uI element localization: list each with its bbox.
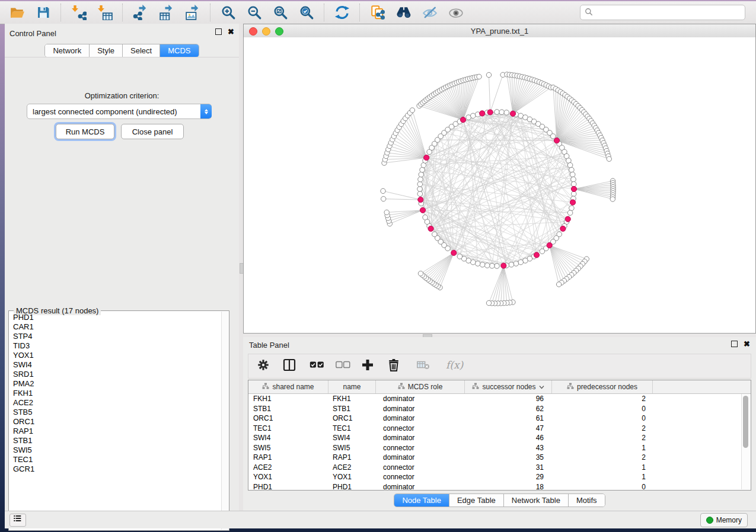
cell-successor-nodes: 18 [465,483,552,491]
zoom-selected-icon [299,5,314,20]
mcds-result-item[interactable]: ORC1 [9,417,222,427]
panel-chooser-button[interactable] [9,514,26,527]
mcds-result-item[interactable]: GCR1 [9,464,222,474]
export-table-button[interactable] [158,4,176,21]
mcds-result-item[interactable]: SRD1 [9,370,222,379]
table-scrollbar-thumb[interactable] [743,396,748,448]
tab-edge-table[interactable]: Edge Table [449,494,504,507]
cell-MCDS-role: connector [376,444,465,452]
tab-style[interactable]: Style [90,44,123,57]
clone-network-button[interactable] [369,4,387,21]
table-row-PHD1[interactable]: PHD1PHD1dominator180 [248,482,751,492]
table-scrollbar[interactable] [741,394,750,489]
close-table-panel-icon[interactable]: ✖ [744,341,750,347]
mcds-result-item[interactable]: SWI5 [9,446,222,455]
hide-details-button[interactable] [421,4,439,21]
table-row-ACE2[interactable]: ACE2ACE2connector311 [248,463,751,473]
table-row-SWI4[interactable]: SWI4SWI4dominator462 [248,433,751,443]
tab-select[interactable]: Select [123,44,160,57]
table-row-YOX1[interactable]: YOX1YOX1connector291 [248,472,751,482]
network-canvas[interactable] [244,37,755,333]
mcds-result-item[interactable]: TEC1 [9,455,222,464]
mcds-result-item[interactable]: STB1 [9,436,222,446]
mcds-result-item[interactable]: STB5 [9,408,222,417]
table-row-RAP1[interactable]: RAP1RAP1dominator352 [248,453,751,463]
export-network-button[interactable] [132,4,149,21]
table-row-FKH1[interactable]: FKH1FKH1dominator962 [248,394,751,404]
tab-network-table[interactable]: Network Table [504,494,569,507]
column-header-shared-name[interactable]: shared name [248,380,328,393]
tab-motifs[interactable]: Motifs [569,494,605,507]
mcds-result-item[interactable]: YOX1 [9,351,222,360]
mcds-result-groupbox: MCDS result (17 nodes) PHD1CAR1STP4TID3Y… [8,310,229,531]
search-input[interactable] [580,5,745,20]
float-table-panel-icon[interactable] [731,341,738,347]
table-row-TEC1[interactable]: TEC1TEC1connector472 [248,424,751,434]
table-row-SWI5[interactable]: SWI5SWI5connector431 [248,443,751,453]
table-panel-tabs: Node TableEdge TableNetwork TableMotifs [243,493,756,507]
table-row-ORC1[interactable]: ORC1ORC1dominator610 [248,414,751,424]
criterion-dropdown[interactable]: largest connected component (undirected) [27,104,212,119]
import-network-button[interactable] [70,4,88,21]
svg-text:f(x): f(x) [446,359,464,371]
mcds-result-item[interactable]: ACE2 [9,398,222,408]
mcds-result-item[interactable]: RAP1 [9,427,222,436]
columns-icon [282,358,296,374]
mcds-result-list[interactable]: PHD1CAR1STP4TID3YOX1SWI4SRD1PMA2FKH1ACE2… [9,313,222,530]
zoom-fit-button[interactable] [272,4,289,21]
column-header-MCDS-role[interactable]: MCDS role [376,380,465,393]
cell-predecessor-nodes: 1 [552,473,653,481]
zoom-selected-button[interactable] [298,4,315,21]
table-row-STB1[interactable]: STB1STB1dominator620 [248,404,751,414]
list-icon [12,514,24,526]
gear-icon [257,358,270,374]
cell-name: SWI4 [328,434,376,442]
select-all-button[interactable] [308,358,323,374]
cell-successor-nodes: 61 [465,414,552,422]
mcds-result-item[interactable]: PHD1 [9,313,222,322]
column-label: predecessor nodes [577,383,637,391]
export-image-button[interactable] [184,4,202,21]
gear-button[interactable] [256,358,271,374]
cell-predecessor-nodes: 0 [552,405,653,413]
zoom-in-button[interactable] [219,4,237,21]
column-header-name[interactable]: name [328,380,376,393]
column-header-predecessor-nodes[interactable]: predecessor nodes [552,380,653,393]
control-panel-titlebar: Control Panel ✖ [5,24,239,43]
cell-predecessor-nodes: 2 [552,453,653,462]
memory-button[interactable]: Memory [700,513,748,527]
zoom-out-button[interactable] [245,4,263,21]
column-header-successor-nodes[interactable]: successor nodes [465,380,552,393]
run-mcds-button[interactable]: Run MCDS [56,124,114,139]
export-network-icon [133,5,148,20]
cell-predecessor-nodes: 0 [552,483,653,491]
float-panel-icon[interactable] [215,28,222,35]
add-button[interactable] [360,358,375,374]
columns-button[interactable] [282,358,297,374]
column-label: successor nodes [482,383,535,391]
save-button[interactable] [34,4,52,21]
mcds-result-item[interactable]: SWI4 [9,360,222,370]
mcds-result-item[interactable]: FKH1 [9,389,222,398]
network-window-titlebar[interactable]: YPA_prune.txt_1 [244,24,755,38]
mcds-list-scrollbar[interactable] [221,312,228,530]
mcds-result-item[interactable]: STP4 [9,332,222,341]
mcds-result-item[interactable]: TID3 [9,341,222,351]
tab-network[interactable]: Network [45,44,90,57]
refresh-button[interactable] [333,4,351,21]
open-folder-button[interactable] [8,4,26,21]
binoculars-button[interactable] [395,4,413,21]
close-panel-icon[interactable]: ✖ [228,29,234,35]
deselect-all-button[interactable] [334,358,349,374]
import-table-button[interactable] [96,4,114,21]
trash-button[interactable] [386,358,401,374]
mcds-result-item[interactable]: PMA2 [9,379,222,389]
tab-node-table[interactable]: Node Table [394,494,449,507]
show-details-button[interactable] [447,4,465,21]
tab-mcds[interactable]: MCDS [160,44,198,57]
column-label: shared name [272,383,314,391]
close-panel-button[interactable]: Close panel [121,124,184,139]
memory-label: Memory [716,516,742,524]
mcds-result-item[interactable]: CAR1 [9,322,222,332]
vertical-splitter[interactable] [239,24,243,511]
